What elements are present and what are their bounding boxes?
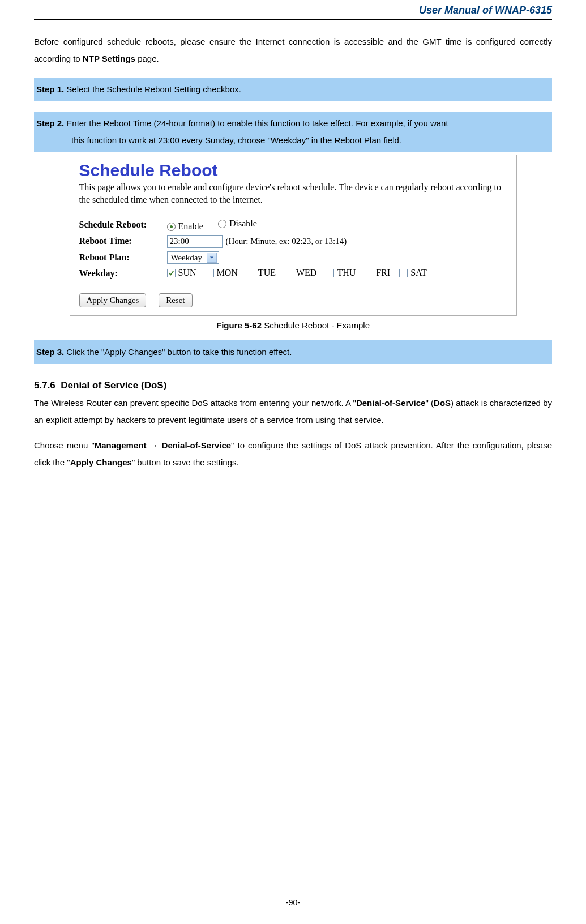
checkbox-mon-label: MON: [217, 268, 238, 278]
section-title: Denial of Service (DoS): [61, 380, 166, 391]
checkbox-sun-label: SUN: [178, 268, 196, 278]
panel-divider: [79, 208, 507, 208]
step-1-bar: Step 1. Select the Schedule Reboot Setti…: [34, 78, 552, 101]
checkbox-icon: [285, 269, 293, 277]
step-2-line1: Enter the Reboot Time (24-hour format) t…: [64, 118, 448, 128]
p2-e: " button to save the settings.: [132, 457, 239, 467]
checkbox-thu-label: THU: [337, 268, 356, 278]
reboot-plan-select[interactable]: Weekday: [167, 251, 219, 264]
checkbox-icon: [326, 269, 334, 277]
radio-dot-icon: [167, 223, 176, 231]
section-heading: 5.7.6 Denial of Service (DoS): [34, 380, 552, 391]
step-1-label: Step 1.: [36, 84, 64, 94]
reset-button[interactable]: Reset: [159, 293, 192, 307]
p1-a: The Wireless Router can prevent specific…: [34, 398, 356, 408]
p2-b: Management → Denial-of-Service: [95, 440, 231, 450]
figure-label: Figure 5-62: [216, 320, 262, 330]
p2-a: Choose menu ": [34, 440, 95, 450]
p2-d: Apply Changes: [70, 457, 132, 467]
step-2-line2: this function to work at 23:00 every Sun…: [36, 132, 550, 149]
apply-changes-button[interactable]: Apply Changes: [79, 293, 147, 307]
step-3-bar: Step 3. Click the "Apply Changes" button…: [34, 340, 552, 364]
dos-paragraph-2: Choose menu "Management → Denial-of-Serv…: [34, 437, 552, 471]
dos-paragraph-1: The Wireless Router can prevent specific…: [34, 395, 552, 429]
reboot-plan-value: Weekday: [171, 253, 202, 263]
row-reboot-plan: Reboot Plan: Weekday: [79, 251, 507, 264]
checkbox-sat[interactable]: SAT: [399, 268, 426, 278]
p1-b: Denial-of-Service: [356, 398, 426, 408]
reboot-time-hint: (Hour: Minute, ex: 02:23, or 13:14): [226, 237, 347, 246]
intro-bold: NTP Settings: [83, 54, 135, 63]
page-number: -90-: [0, 898, 586, 907]
radio-disable-label: Disable: [229, 219, 257, 229]
checkbox-icon: [167, 269, 176, 277]
checkbox-icon: [399, 269, 408, 277]
row-schedule-reboot: Schedule Reboot: Enable Disable: [79, 219, 507, 232]
schedule-reboot-label: Schedule Reboot:: [79, 219, 167, 230]
checkbox-thu[interactable]: THU: [326, 268, 356, 278]
reboot-time-label: Reboot Time:: [79, 235, 167, 246]
checkbox-fri[interactable]: FRI: [365, 268, 390, 278]
weekday-label: Weekday:: [79, 267, 167, 279]
row-reboot-time: Reboot Time: (Hour: Minute, ex: 02:23, o…: [79, 235, 507, 248]
checkbox-icon: [206, 269, 214, 277]
checkbox-icon: [247, 269, 255, 277]
checkbox-tue-label: TUE: [258, 268, 276, 278]
chevron-down-icon: [207, 253, 217, 263]
p1-d: DoS: [434, 398, 451, 408]
reboot-plan-label: Reboot Plan:: [79, 251, 167, 263]
step-2-label: Step 2.: [36, 118, 64, 128]
radio-disable[interactable]: Disable: [218, 219, 257, 229]
row-weekday: Weekday: SUN MON TUE: [79, 267, 507, 279]
radio-dot-icon: [218, 220, 226, 228]
step-3-text: Click the "Apply Changes" button to take…: [64, 347, 292, 357]
intro-b: page.: [135, 54, 159, 63]
page-header: User Manual of WNAP-6315: [34, 0, 552, 20]
intro-paragraph: Before configured schedule reboots, plea…: [34, 33, 552, 67]
panel-title: Schedule Reboot: [79, 161, 507, 180]
radio-enable-label: Enable: [178, 221, 203, 232]
checkbox-sat-label: SAT: [410, 268, 426, 278]
checkbox-sun[interactable]: SUN: [167, 268, 196, 278]
step-2-bar: Step 2. Enter the Reboot Time (24-hour f…: [34, 112, 552, 152]
panel-description: This page allows you to enable and confi…: [79, 181, 507, 206]
p1-c: " (: [425, 398, 434, 408]
reboot-time-input[interactable]: [167, 235, 223, 248]
checkbox-wed-label: WED: [296, 268, 316, 278]
checkbox-mon[interactable]: MON: [206, 268, 238, 278]
radio-enable[interactable]: Enable: [167, 221, 203, 232]
checkbox-icon: [365, 269, 373, 277]
checkbox-wed[interactable]: WED: [285, 268, 316, 278]
checkbox-fri-label: FRI: [376, 268, 390, 278]
figure-text: Schedule Reboot - Example: [262, 320, 370, 330]
checkbox-tue[interactable]: TUE: [247, 268, 276, 278]
figure-caption: Figure 5-62 Schedule Reboot - Example: [34, 320, 552, 330]
schedule-reboot-panel: Schedule Reboot This page allows you to …: [70, 155, 517, 316]
step-3-label: Step 3.: [36, 347, 64, 357]
section-num: 5.7.6: [34, 380, 55, 391]
step-1-text: Select the Schedule Reboot Setting check…: [64, 84, 241, 94]
